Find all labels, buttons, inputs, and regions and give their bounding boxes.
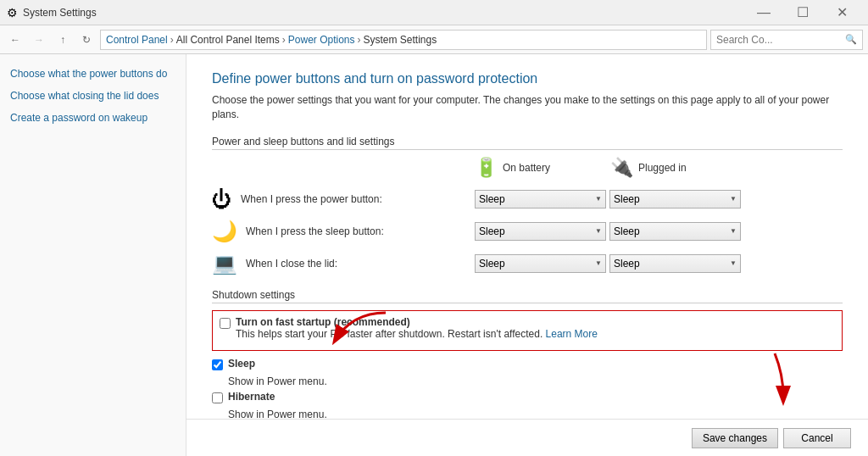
hibernate-label: Hibernate [228,391,275,403]
battery-header: 🔋 On battery [475,157,610,179]
power-battery-dropdown[interactable]: Do nothing Sleep Hibernate Shut down ▼ [475,190,606,209]
search-box[interactable]: 🔍 [710,30,863,50]
hibernate-label-group: Hibernate [228,391,275,403]
app-icon: ⚙ [7,6,18,19]
breadcrumb-item-3: Power Options [288,34,355,46]
search-input[interactable] [716,34,845,46]
sleep-battery-dropdown[interactable]: Do nothing Sleep Hibernate Shut down ▼ [475,222,606,241]
sidebar: Choose what the power buttons do Choose … [0,54,186,456]
battery-label: On battery [503,162,550,174]
forward-button[interactable]: → [29,30,49,50]
close-lid-label-area: 💻 When I close the lid: [212,252,475,275]
address-bar: ← → ↑ ↻ Control Panel › All Control Pane… [0,25,868,54]
page-title: Define power buttons and turn on passwor… [212,71,843,86]
save-changes-button[interactable]: Save changes [692,428,778,448]
sleep-checkbox[interactable] [212,359,223,370]
close-lid-icon: 💻 [212,252,237,275]
power-button-row: ⏻ When I press the power button: Do noth… [212,187,843,211]
cancel-button[interactable]: Cancel [783,428,851,448]
hibernate-checkbox[interactable] [212,392,223,403]
window-title: System Settings [23,7,744,19]
power-plugged-dropdown[interactable]: Do nothing Sleep Hibernate Shut down ▼ [609,190,741,209]
close-button[interactable]: ✕ [822,0,861,25]
battery-icon: 🔋 [475,157,498,179]
sleep-label-group: Sleep [228,358,255,370]
power-battery-select[interactable]: Do nothing Sleep Hibernate Shut down [476,191,605,208]
close-lid-label: When I close the lid: [246,258,337,270]
close-lid-row: 💻 When I close the lid: Do nothing Sleep… [212,252,843,275]
fast-startup-description: This helps start your PC faster after sh… [236,328,598,340]
power-button-label-area: ⏻ When I press the power button: [212,187,475,211]
bottom-bar: Save changes Cancel [186,419,868,456]
lid-battery-select[interactable]: Do nothing Sleep Hibernate Shut down [476,255,605,272]
fast-startup-checkbox[interactable] [220,318,231,329]
lid-plugged-select[interactable]: Do nothing Sleep Hibernate Shut down [610,255,740,272]
section2-header: Shutdown settings [212,289,843,303]
arrow-left [318,309,398,351]
lid-battery-dropdown[interactable]: Do nothing Sleep Hibernate Shut down ▼ [475,254,606,273]
search-icon: 🔍 [845,34,857,45]
pluggedin-icon: 🔌 [610,157,633,179]
sidebar-item-3[interactable]: Create a password on wakeup [0,107,186,129]
sleep-button-icon: 🌙 [212,220,237,243]
breadcrumb[interactable]: Control Panel › All Control Panel Items … [100,30,707,50]
page-description: Choose the power settings that you want … [212,93,843,122]
sleep-battery-select[interactable]: Do nothing Sleep Hibernate Shut down [476,223,605,240]
power-button-dropdowns: Do nothing Sleep Hibernate Shut down ▼ D… [475,190,741,209]
sleep-button-label-area: 🌙 When I press the sleep button: [212,220,475,243]
section1-header: Power and sleep buttons and lid settings [212,136,843,150]
back-button[interactable]: ← [5,30,25,50]
minimize-button[interactable]: — [744,0,783,25]
content-area: Define power buttons and turn on passwor… [186,54,868,456]
lid-plugged-dropdown[interactable]: Do nothing Sleep Hibernate Shut down ▼ [609,254,741,273]
sleep-button-dropdowns: Do nothing Sleep Hibernate Shut down ▼ D… [475,222,741,241]
power-button-icon: ⏻ [212,187,232,211]
up-button[interactable]: ↑ [53,30,73,50]
sleep-plugged-select[interactable]: Do nothing Sleep Hibernate Shut down [610,223,740,240]
sleep-button-row: 🌙 When I press the sleep button: Do noth… [212,220,843,243]
maximize-button[interactable]: ☐ [783,0,822,25]
close-lid-dropdowns: Do nothing Sleep Hibernate Shut down ▼ D… [475,254,741,273]
breadcrumb-text: Control Panel [106,34,168,46]
sleep-button-label: When I press the sleep button: [246,225,384,237]
pluggedin-label: Plugged in [638,162,687,174]
arrow-right [732,349,809,409]
power-plugged-select[interactable]: Do nothing Sleep Hibernate Shut down [610,191,740,208]
title-bar: ⚙ System Settings — ☐ ✕ [0,0,868,25]
breadcrumb-item-4: System Settings [363,34,437,46]
window-controls: — ☐ ✕ [744,0,861,25]
sleep-plugged-dropdown[interactable]: Do nothing Sleep Hibernate Shut down ▼ [609,222,741,241]
fast-startup-label: Turn on fast startup (recommended) [236,316,598,328]
learn-more-link[interactable]: Learn More [546,328,598,340]
main-window: Choose what the power buttons do Choose … [0,54,868,456]
sleep-label: Sleep [228,358,255,370]
breadcrumb-item-2: All Control Panel Items [176,34,280,46]
fast-startup-item: Turn on fast startup (recommended) This … [220,316,835,340]
sidebar-item-2[interactable]: Choose what closing the lid does [0,85,186,107]
refresh-button[interactable]: ↻ [76,30,97,50]
fast-startup-box: Turn on fast startup (recommended) This … [212,310,843,351]
pluggedin-header: 🔌 Plugged in [610,157,746,179]
power-button-label: When I press the power button: [241,193,382,205]
sidebar-item-1[interactable]: Choose what the power buttons do [0,63,186,85]
fast-startup-label-group: Turn on fast startup (recommended) This … [236,316,598,340]
column-headers: 🔋 On battery 🔌 Plugged in [212,157,843,179]
